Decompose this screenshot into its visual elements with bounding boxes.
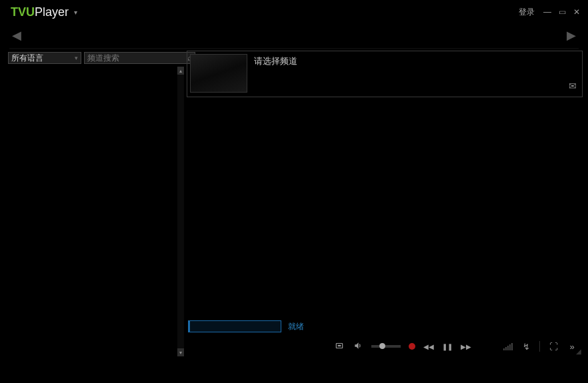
login-link[interactable]: 登录 [519,7,535,18]
screenshot-icon[interactable] [334,341,345,352]
sidebar-search-row: 所有语言 ▾ ⌕ [0,49,185,65]
top-nav-bar: ◀ ▶ [0,24,588,49]
nav-prev-icon[interactable]: ◀ [12,28,21,43]
refresh-icon[interactable]: ↯ [521,342,531,352]
rewind-button[interactable]: ◀◀ [423,343,434,350]
chevron-down-icon: ▾ [75,55,78,61]
language-dropdown[interactable]: 所有语言 ▾ [8,52,81,64]
logo-part-1: TVU [11,5,35,19]
channel-list-area: ▴ ▾ [0,67,185,356]
svg-rect-1 [338,344,341,346]
record-button[interactable] [409,343,415,350]
resize-grip-icon[interactable]: ◢ [576,348,581,355]
channel-search-input[interactable] [87,53,187,63]
app-logo: TVUPlayer [11,5,69,19]
channel-preview-thumbnail [190,54,247,93]
title-bar: TVUPlayer ▾ 登录 — ▭ ✕ [0,0,588,24]
sidebar: 所有语言 ▾ ⌕ ▴ ▾ [0,49,185,356]
progress-row: 就绪 [187,316,583,336]
separator [539,341,540,352]
progress-bar[interactable] [188,320,281,332]
video-playback-area[interactable] [187,100,583,316]
channel-info-card: 请选择频道 ✉ [187,51,583,97]
maximize-button[interactable]: ▭ [556,6,568,18]
channel-search-box[interactable]: ⌕ [84,52,195,64]
main-panel: 请选择频道 ✉ 就绪 ◀◀ ❚❚ ▶▶ [185,49,588,356]
logo-part-2: Player [35,5,69,19]
forward-button[interactable]: ▶▶ [461,343,471,350]
main-menu-dropdown-icon[interactable]: ▾ [74,9,77,16]
scroll-down-button[interactable]: ▾ [177,348,184,356]
player-controls: ◀◀ ❚❚ ▶▶ ↯ ⛶ » ◢ [187,336,583,356]
channel-prompt-text: 请选择频道 [254,54,297,94]
sidebar-scrollbar[interactable]: ▴ ▾ [177,67,184,356]
pause-button[interactable]: ❚❚ [442,343,453,350]
minimize-button[interactable]: — [541,6,553,18]
fullscreen-icon[interactable]: ⛶ [548,342,559,352]
volume-icon[interactable] [353,341,363,352]
main-body: 所有语言 ▾ ⌕ ▴ ▾ 请选择频道 ✉ 就绪 [0,49,588,356]
scroll-up-button[interactable]: ▴ [177,67,184,75]
language-dropdown-label: 所有语言 [11,53,43,64]
nav-next-icon[interactable]: ▶ [567,28,576,43]
signal-strength-icon[interactable] [503,342,513,350]
status-text: 就绪 [288,321,304,332]
volume-knob[interactable] [379,343,385,349]
mail-icon[interactable]: ✉ [569,81,577,91]
volume-slider[interactable] [371,345,401,348]
close-button[interactable]: ✕ [571,6,583,18]
